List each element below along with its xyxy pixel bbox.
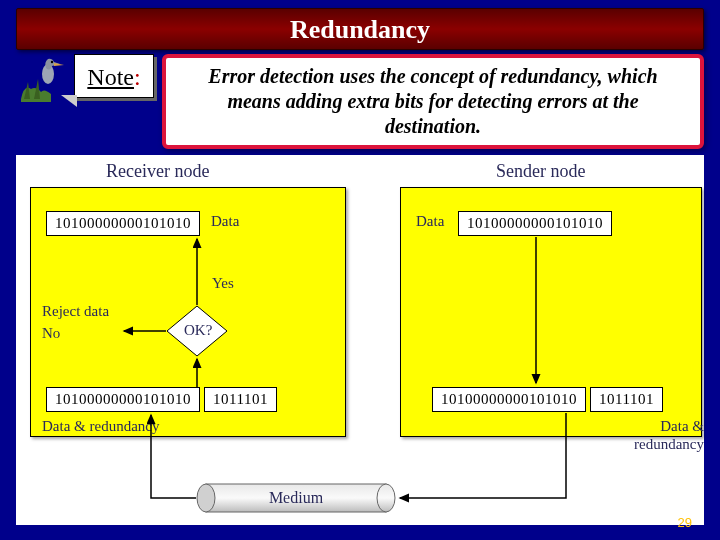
note-label: Note: [87, 64, 134, 90]
receiver-label: Receiver node: [106, 161, 209, 182]
sender-label: Sender node: [496, 161, 585, 182]
rx-data-red-label: Data & redundancy: [42, 417, 159, 435]
note-text-box: Error detection uses the concept of redu…: [162, 54, 704, 149]
rx-combined-data: 10100000000101010: [46, 387, 200, 412]
svg-point-1: [51, 61, 53, 63]
note-colon: :: [134, 64, 141, 90]
note-row: Note: Error detection uses the concept o…: [16, 54, 704, 149]
tx-data-red-label: Data & redundancy: [604, 417, 704, 453]
note-text: Error detection uses the concept of redu…: [180, 64, 686, 139]
rx-data-label: Data: [211, 213, 239, 230]
note-badge: Note:: [74, 54, 154, 98]
page-number: 29: [678, 515, 692, 530]
svg-point-5: [377, 484, 395, 512]
ok-label: OK?: [184, 322, 212, 339]
rx-data-box: 10100000000101010: [46, 211, 200, 236]
svg-point-4: [197, 484, 215, 512]
tx-data-label: Data: [416, 213, 444, 230]
yes-label: Yes: [212, 275, 234, 292]
reject-label: Reject data: [42, 303, 109, 320]
tx-data-box: 10100000000101010: [458, 211, 612, 236]
heron-icon: [16, 54, 66, 104]
tx-combined-data: 10100000000101010: [432, 387, 586, 412]
slide-title: Redundancy: [16, 8, 704, 50]
no-label: No: [42, 325, 60, 342]
rx-combined-red: 1011101: [204, 387, 277, 412]
svg-text:Medium: Medium: [269, 489, 324, 506]
medium-cylinder: Medium: [196, 483, 396, 513]
tx-combined-red: 1011101: [590, 387, 663, 412]
diagram: Receiver node Sender node 10100000000101…: [16, 155, 704, 525]
